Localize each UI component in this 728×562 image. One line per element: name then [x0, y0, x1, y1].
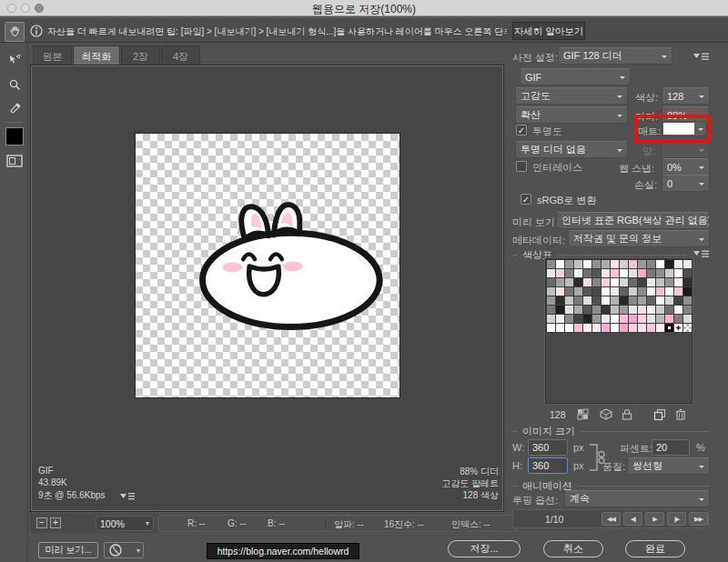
- color-swatch[interactable]: [583, 287, 592, 296]
- next-frame-button[interactable]: |▶: [667, 512, 686, 526]
- color-swatch[interactable]: [602, 324, 610, 332]
- color-swatch[interactable]: [611, 269, 619, 277]
- color-swatch[interactable]: [629, 278, 637, 286]
- color-swatch[interactable]: [565, 306, 573, 314]
- color-swatch[interactable]: [665, 324, 673, 332]
- color-swatch[interactable]: [629, 296, 637, 305]
- color-swatch[interactable]: [547, 278, 555, 286]
- panel-menu-icon[interactable]: [693, 52, 709, 61]
- color-swatch[interactable]: [683, 306, 692, 314]
- done-button[interactable]: 완료: [625, 540, 685, 557]
- color-swatch[interactable]: [665, 296, 673, 305]
- color-swatch[interactable]: [647, 260, 655, 268]
- color-swatch[interactable]: [592, 324, 601, 332]
- zoom-tool-button[interactable]: [5, 75, 25, 95]
- toggle-slices-button[interactable]: [5, 151, 25, 171]
- color-swatch[interactable]: [556, 306, 564, 314]
- color-swatch[interactable]: [583, 296, 592, 305]
- color-swatch[interactable]: [638, 287, 646, 296]
- color-swatch[interactable]: [665, 269, 673, 277]
- color-swatch[interactable]: [647, 287, 655, 296]
- color-swatch[interactable]: [683, 287, 692, 296]
- interlaced-checkbox[interactable]: [516, 161, 527, 172]
- foreground-color-swatch[interactable]: [5, 127, 24, 146]
- color-swatch[interactable]: [656, 260, 664, 268]
- color-swatch[interactable]: [602, 306, 610, 314]
- height-input[interactable]: [528, 457, 568, 474]
- color-swatch[interactable]: [565, 287, 573, 296]
- websnap-dropdown[interactable]: 0%: [662, 158, 710, 176]
- matte-dropdown[interactable]: [662, 121, 707, 136]
- color-swatch[interactable]: [547, 269, 555, 277]
- color-swatch[interactable]: [683, 278, 692, 286]
- color-swatch[interactable]: [611, 315, 619, 323]
- color-swatch[interactable]: [583, 278, 592, 286]
- color-swatch[interactable]: [656, 278, 664, 286]
- color-swatch[interactable]: [574, 269, 582, 277]
- color-swatch[interactable]: [638, 306, 646, 314]
- last-frame-button[interactable]: ▶▶: [689, 512, 708, 526]
- color-swatch[interactable]: [547, 296, 555, 305]
- color-swatch[interactable]: [556, 287, 564, 296]
- color-swatch[interactable]: [574, 287, 582, 296]
- eyedropper-tool-button[interactable]: [5, 98, 25, 118]
- browser-select[interactable]: ▾: [104, 542, 144, 558]
- color-swatch[interactable]: [574, 260, 582, 268]
- color-swatch[interactable]: [565, 269, 573, 277]
- color-swatch[interactable]: [665, 315, 673, 323]
- color-swatch[interactable]: [556, 269, 564, 277]
- color-swatch[interactable]: [674, 296, 682, 305]
- color-swatch[interactable]: [565, 324, 573, 332]
- color-swatch[interactable]: [629, 324, 637, 332]
- color-swatch[interactable]: [683, 260, 692, 268]
- color-swatch[interactable]: [665, 306, 673, 314]
- color-swatch[interactable]: [620, 287, 628, 296]
- color-swatch[interactable]: [674, 287, 682, 296]
- color-swatch[interactable]: [602, 278, 610, 286]
- color-swatch[interactable]: [592, 269, 601, 277]
- color-swatch[interactable]: [647, 324, 655, 332]
- format-dropdown[interactable]: GIF: [520, 68, 631, 85]
- color-swatch[interactable]: [683, 269, 692, 277]
- color-swatch[interactable]: [620, 306, 628, 314]
- color-swatch[interactable]: [638, 269, 646, 277]
- color-swatch[interactable]: [629, 315, 637, 323]
- color-swatch[interactable]: [656, 269, 664, 277]
- color-swatch[interactable]: [629, 306, 637, 314]
- zoom-level-dropdown[interactable]: 100%▾: [96, 516, 154, 531]
- color-swatch[interactable]: [556, 296, 564, 305]
- color-reduction-dropdown[interactable]: 고감도: [515, 87, 628, 105]
- zoom-in-button[interactable]: +: [50, 517, 61, 528]
- dither-method-dropdown[interactable]: 확산: [515, 106, 628, 124]
- image-canvas[interactable]: [135, 133, 400, 398]
- color-swatch[interactable]: [674, 315, 682, 323]
- delete-color-icon[interactable]: [675, 408, 686, 420]
- tab-2up[interactable]: 2장: [121, 45, 160, 65]
- learn-more-button[interactable]: 자세히 알아보기: [512, 22, 585, 40]
- color-swatch[interactable]: [656, 306, 664, 314]
- color-swatch[interactable]: [638, 278, 646, 286]
- color-swatch[interactable]: [620, 315, 628, 323]
- color-swatch[interactable]: [583, 269, 592, 277]
- color-swatch[interactable]: [629, 260, 637, 268]
- color-swatch[interactable]: [647, 315, 655, 323]
- tab-4up[interactable]: 4장: [161, 45, 200, 65]
- color-swatch[interactable]: [611, 278, 619, 286]
- preset-dropdown[interactable]: GIF 128 디더: [558, 47, 672, 65]
- color-swatch[interactable]: [674, 306, 682, 314]
- save-button[interactable]: 저장...: [448, 540, 521, 557]
- color-swatch[interactable]: [611, 260, 619, 268]
- color-swatch[interactable]: [574, 324, 582, 332]
- websafe-shift-icon[interactable]: [600, 408, 612, 420]
- zoom-out-button[interactable]: −: [36, 517, 47, 528]
- percent-input[interactable]: [652, 439, 690, 456]
- color-swatch[interactable]: [647, 306, 655, 314]
- lossy-dropdown[interactable]: 0: [662, 175, 710, 192]
- transparency-checkbox[interactable]: ✓: [516, 125, 527, 135]
- color-swatch[interactable]: [592, 278, 601, 286]
- srgb-checkbox[interactable]: ✓: [521, 194, 531, 205]
- color-swatch[interactable]: [592, 315, 601, 323]
- color-swatch[interactable]: [656, 315, 664, 323]
- color-swatch[interactable]: [547, 260, 555, 268]
- color-swatch[interactable]: [547, 287, 555, 296]
